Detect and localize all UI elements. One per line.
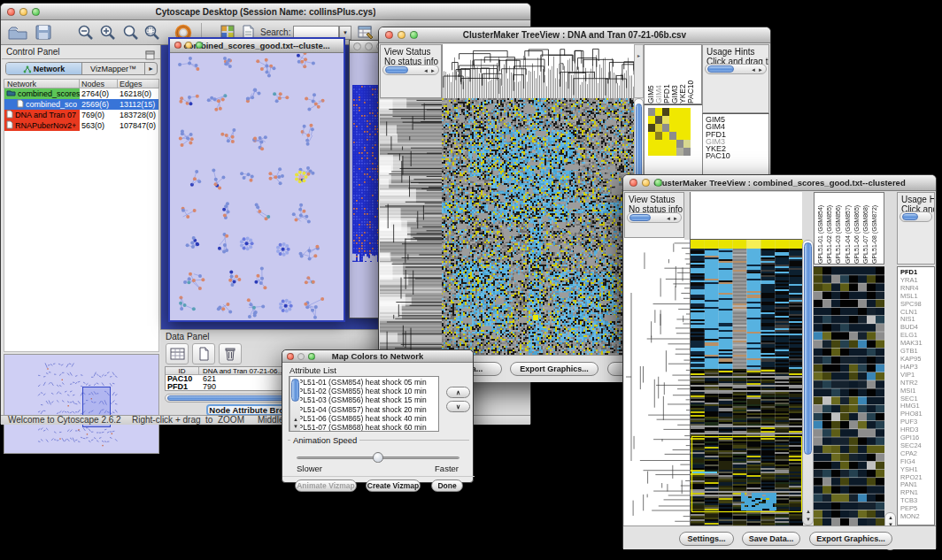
close-button[interactable] [7, 8, 15, 16]
animation-speed-slider[interactable] [297, 452, 459, 463]
treeview2-column-label[interactable]: GPL51-02 (GSM855) [826, 193, 835, 264]
birdseye-panel[interactable] [4, 354, 159, 454]
matrix-cell[interactable] [676, 132, 683, 140]
new-attribute-icon[interactable] [192, 343, 215, 364]
row-dendrogram-canvas[interactable] [380, 98, 442, 355]
matrix-cell[interactable] [662, 140, 669, 148]
matrix-cell[interactable] [648, 148, 655, 156]
matrix-cell[interactable] [648, 116, 655, 124]
zoom-button[interactable] [654, 179, 662, 187]
treeview1-titlebar[interactable]: ClusterMaker TreeView : DNA and Tran 07-… [379, 27, 770, 43]
network-row[interactable]: RNAPuberNov2+ 563(0) 107847(0) [4, 120, 158, 131]
scroll-right-arrow-icon[interactable]: ► [758, 67, 763, 73]
zoom-matrix[interactable] [648, 108, 691, 156]
matrix-cell[interactable] [648, 132, 655, 140]
matrix-cell[interactable] [648, 124, 655, 132]
zoom-heatmap-canvas[interactable] [814, 266, 884, 526]
heatmap-canvas[interactable] [442, 98, 634, 355]
hscroll-thumb[interactable] [629, 214, 651, 221]
zoom-in-icon[interactable] [99, 24, 118, 45]
close-button[interactable] [629, 179, 637, 187]
zoom-button[interactable] [32, 8, 40, 16]
treeview2-column-label[interactable]: GPL51-04 (GSM857) [845, 193, 853, 264]
vscroll-thumb[interactable] [804, 242, 812, 455]
treeview1-column-label[interactable]: PAC10 [686, 44, 694, 104]
matrix-cell[interactable] [662, 148, 669, 156]
network-row-selected[interactable]: combined_sco 2569(6) 13112(15) [4, 99, 158, 110]
network-view-window[interactable]: combined_scores_good.txt--cluste... [168, 37, 345, 322]
hscroll-thumb[interactable] [385, 66, 408, 73]
row-dendrogram-canvas[interactable] [624, 240, 690, 525]
matrix-cell[interactable] [683, 148, 691, 156]
create-vizmap-button[interactable]: Create Vizmap [366, 479, 421, 492]
close-button[interactable] [287, 353, 294, 360]
attribute-list-item[interactable]: GPL51-04 (GSM857) heat shock 20 min [290, 405, 427, 414]
minimize-button[interactable] [185, 42, 192, 49]
dialog-titlebar[interactable]: Map Colors to Network [282, 350, 473, 363]
matrix-cell[interactable] [655, 148, 662, 156]
delete-attribute-icon[interactable] [219, 343, 242, 364]
slider-thumb[interactable] [373, 452, 383, 463]
matrix-cell[interactable] [669, 148, 676, 156]
matrix-cell[interactable] [676, 124, 683, 132]
matrix-cell[interactable] [669, 140, 676, 148]
minimize-button[interactable] [19, 8, 27, 16]
minimize-button[interactable] [365, 42, 373, 50]
save-session-icon[interactable] [35, 24, 52, 44]
attr-col-id[interactable]: ID [166, 367, 199, 374]
network-row[interactable]: DNA and Tran 07 769(0) 183728(0) [4, 110, 158, 120]
matrix-cell[interactable] [669, 108, 676, 116]
treeview1-column-label[interactable]: GIM5 [646, 44, 654, 104]
scroll-left-arrow-icon[interactable]: ◄ [751, 67, 756, 73]
scroll-left-arrow-icon[interactable]: ◄ [666, 216, 671, 221]
view-status-scrollbar[interactable]: ◄ ► [627, 212, 682, 223]
attribute-list-item[interactable]: GPL51-02 (GSM855) heat shock 10 min [290, 387, 427, 395]
export-graphics-button[interactable]: Export Graphics... [510, 362, 598, 376]
matrix-cell[interactable] [655, 116, 662, 124]
matrix-cell[interactable] [662, 108, 669, 116]
matrix-cell[interactable] [676, 108, 683, 116]
hscroll-thumb[interactable] [707, 65, 734, 73]
zoom-fit-icon[interactable] [122, 24, 141, 45]
treeview2-column-label[interactable]: GPL51-07 (GSM868) [862, 193, 871, 264]
matrix-cell[interactable] [669, 132, 676, 140]
matrix-cell[interactable] [683, 116, 691, 124]
scroll-up-arrow-icon[interactable]: ▲ [293, 417, 298, 422]
heatmap-canvas[interactable] [690, 240, 803, 525]
minimize-button[interactable] [398, 31, 405, 39]
network-canvas[interactable] [170, 53, 344, 320]
settings-button[interactable]: Settings... [679, 532, 734, 546]
dendro-splitter[interactable]: ► [634, 44, 644, 98]
treeview2-column-label[interactable]: GPL51-03 (GSM856) [835, 193, 844, 264]
minimize-button[interactable] [297, 353, 305, 360]
close-button[interactable] [174, 42, 181, 49]
birdseye-canvas[interactable] [4, 355, 158, 453]
zoom-button[interactable] [308, 353, 315, 360]
matrix-cell[interactable] [683, 132, 691, 140]
matrix-cell[interactable] [669, 124, 676, 132]
zoom-button[interactable] [410, 31, 418, 39]
zoom-selected-icon[interactable] [143, 24, 162, 45]
scroll-right-arrow-icon[interactable]: ► [430, 68, 436, 73]
open-file-icon[interactable] [7, 24, 28, 44]
treeview2-titlebar[interactable]: ClusterMaker TreeView : combined_scores_… [623, 175, 936, 191]
matrix-cell[interactable] [683, 124, 691, 132]
matrix-cell[interactable] [648, 108, 655, 116]
move-up-button[interactable]: ∧ [446, 387, 470, 398]
heatmap-vscrollbar[interactable]: ▲ ▼ [802, 240, 814, 525]
treeview1-column-label[interactable]: GIM3 [670, 44, 678, 104]
tab-overflow-button[interactable]: ► [145, 63, 157, 74]
matrix-cell[interactable] [683, 140, 691, 148]
attribute-list-item[interactable]: GPL51-03 (GSM856) heat shock 15 min [290, 395, 427, 404]
zoom-button[interactable] [196, 42, 203, 49]
attribute-list-item[interactable]: GPL51-06 (GSM865) heat shock 40 min [290, 414, 427, 423]
scroll-down-arrow-icon[interactable]: ▼ [293, 424, 298, 429]
view-status-scrollbar[interactable]: ◄ ► [382, 65, 439, 75]
tab-network[interactable]: Network [6, 63, 82, 74]
treeview2-column-label[interactable]: GPL51-06 (GSM865) [853, 193, 862, 264]
matrix-cell[interactable] [662, 124, 669, 132]
tab-vizmapper[interactable]: VizMapper™ [82, 63, 145, 74]
matrix-cell[interactable] [676, 140, 683, 148]
matrix-cell[interactable] [655, 140, 662, 148]
treeview1-column-label[interactable]: GIM4 [654, 44, 662, 104]
